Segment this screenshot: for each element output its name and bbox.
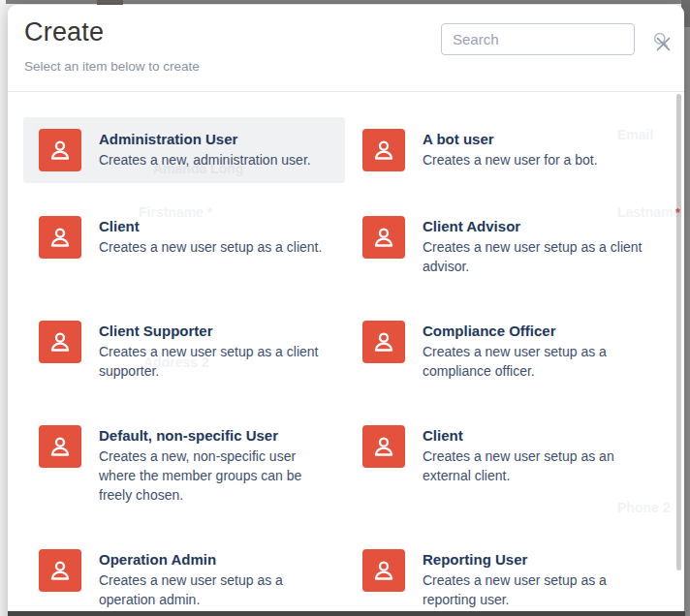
screen: Create Select an item below to create — [0, 0, 690, 616]
close-icon — [656, 37, 671, 51]
user-icon — [362, 425, 405, 468]
item-text: Client Creates a new user setup as a cli… — [99, 216, 329, 257]
create-item[interactable]: Operation Admin Creates a new user setup… — [23, 538, 345, 616]
create-item[interactable]: A bot user Creates a new user for a bot. — [347, 117, 669, 183]
item-description: Creates a new user setup as a reporting … — [423, 570, 653, 609]
create-modal: Create Select an item below to create — [8, 5, 684, 616]
item-title: A bot user — [423, 130, 653, 149]
create-items-grid: Administration User Creates a new, admin… — [23, 117, 669, 616]
item-text: Default, non-specific User Creates a new… — [99, 425, 329, 505]
search-input[interactable] — [442, 24, 651, 54]
background-page-edge-bottom — [8, 611, 685, 616]
background-page-edge-right — [683, 0, 690, 616]
user-icon — [362, 549, 405, 592]
item-description: Creates a new user setup as a client. — [99, 237, 329, 257]
item-description: Creates a new user setup as a client sup… — [99, 342, 329, 381]
item-description: Creates a new, administration user. — [99, 150, 329, 169]
scrollbar[interactable] — [676, 94, 681, 570]
modal-body: Administration User Creates a new, admin… — [8, 92, 684, 616]
create-item[interactable]: Default, non-specific User Creates a new… — [23, 414, 345, 516]
item-title: Administration User — [99, 130, 329, 149]
create-item[interactable]: Administration User Creates a new, admin… — [23, 117, 345, 183]
item-description: Creates a new user setup as an external … — [423, 447, 653, 485]
item-text: Administration User Creates a new, admin… — [99, 129, 329, 169]
user-icon — [39, 321, 81, 363]
item-title: Client Advisor — [423, 217, 653, 236]
item-text: Client Creates a new user setup as an ex… — [423, 425, 653, 485]
modal-subtitle: Select an item below to create — [24, 59, 200, 74]
required-field-marker: * — [675, 205, 680, 220]
search-input-wrapper — [441, 23, 635, 55]
item-title: Compliance Officer — [423, 322, 653, 341]
item-text: Reporting User Creates a new user setup … — [423, 549, 653, 609]
close-button[interactable] — [652, 33, 674, 54]
item-title: Client Supporter — [99, 322, 329, 341]
user-icon — [39, 549, 81, 592]
user-icon — [362, 216, 405, 259]
modal-header: Create Select an item below to create — [8, 5, 684, 92]
item-text: Operation Admin Creates a new user setup… — [99, 549, 329, 609]
item-title: Operation Admin — [99, 550, 329, 570]
item-text: Compliance Officer Creates a new user se… — [423, 321, 653, 381]
item-text: Client Advisor Creates a new user setup … — [423, 216, 653, 276]
create-item[interactable]: Compliance Officer Creates a new user se… — [347, 309, 669, 392]
item-description: Creates a new, non-specific user where t… — [99, 447, 329, 505]
item-title: Client — [423, 426, 653, 446]
user-icon — [39, 425, 81, 468]
item-description: Creates a new user setup as a operation … — [99, 570, 329, 609]
create-item[interactable]: Reporting User Creates a new user setup … — [347, 538, 669, 616]
create-item[interactable]: Client Advisor Creates a new user setup … — [347, 204, 669, 288]
user-icon — [362, 129, 405, 171]
user-icon — [39, 216, 81, 259]
item-description: Creates a new user for a bot. — [423, 150, 653, 169]
user-icon — [39, 129, 81, 171]
item-description: Creates a new user setup as a compliance… — [423, 342, 653, 381]
page-title: Create — [24, 17, 104, 47]
item-description: Creates a new user setup as a client adv… — [423, 237, 653, 276]
create-item[interactable]: Client Creates a new user setup as an ex… — [347, 414, 669, 516]
user-icon — [362, 321, 405, 363]
item-title: Reporting User — [423, 550, 653, 570]
item-title: Default, non-specific User — [99, 426, 329, 446]
item-title: Client — [99, 217, 329, 236]
create-item[interactable]: Client Supporter Creates a new user setu… — [23, 309, 345, 392]
item-text: Client Supporter Creates a new user setu… — [99, 321, 329, 381]
create-item[interactable]: Client Creates a new user setup as a cli… — [23, 204, 345, 288]
item-text: A bot user Creates a new user for a bot. — [423, 129, 653, 169]
